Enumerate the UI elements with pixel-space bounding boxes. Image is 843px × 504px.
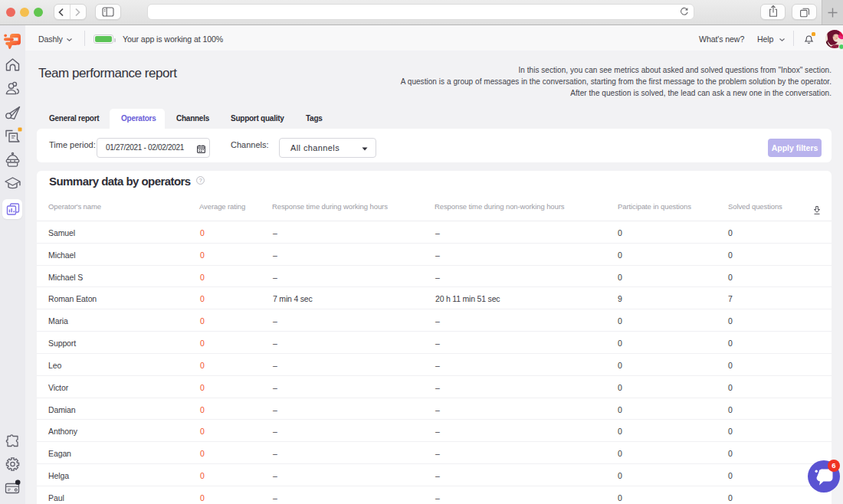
svg-text:?: ? <box>199 178 202 183</box>
